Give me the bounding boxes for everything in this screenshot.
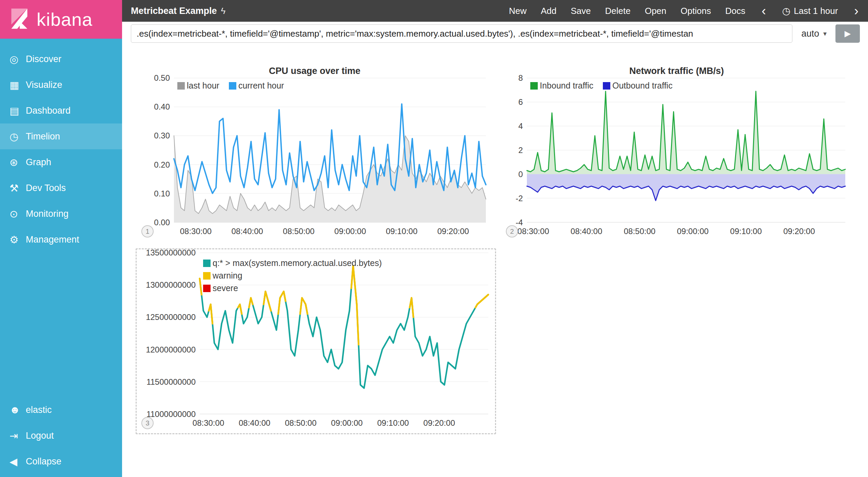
panel-number-badge: 3 [141,417,154,429]
y-tick-label: 8 [518,73,523,83]
x-tick-label: 08:30:00 [517,227,549,236]
sidebar-item-label: Dashboard [26,106,71,116]
kibana-app: kibana ◎Discover▦Visualize▤Dashboard◷Tim… [0,0,868,477]
legend-swatch [603,82,610,90]
sidebar-item-collapse[interactable]: ◀Collapse [0,449,122,474]
sidebar-item-visualize[interactable]: ▦Visualize [0,72,122,98]
timelion-panel-2[interactable]: Network traffic (MB/s) -4-202468 Inbound… [501,61,852,242]
menu-item-add[interactable]: Add [541,6,556,16]
menu-item-open[interactable]: Open [645,6,667,16]
x-tick-label: 08:40:00 [231,227,263,236]
topbar: Metricbeat Example ϟ NewAddSaveDeleteOpe… [122,0,868,22]
sidebar-footer: ☻elastic⇥Logout◀Collapse [0,397,122,474]
legend-swatch [203,285,211,292]
x-tick-label: 09:00:00 [677,227,709,236]
y-tick-label: 0.50 [154,73,170,83]
chart-legend: last hourcurrent hour [177,81,284,91]
x-tick-label: 09:20:00 [423,418,455,428]
timelion-query-input[interactable] [131,24,792,43]
menu-item-options[interactable]: Options [680,6,711,16]
sidebar-item-elastic[interactable]: ☻elastic [0,397,122,423]
x-tick-label: 08:40:00 [239,418,270,428]
legend-item[interactable]: severe [203,283,382,293]
x-tick-label: 09:00:00 [331,418,362,428]
collapse-icon: ◀ [9,456,26,468]
x-tick-label: 08:40:00 [571,227,602,236]
sidebar-item-monitoring[interactable]: ⊙Monitoring [0,201,122,227]
sidebar-item-label: Visualize [26,80,62,90]
sidebar-item-label: Logout [26,431,54,441]
sidebar-item-label: Collapse [26,456,61,467]
y-tick-label: 11000000000 [146,409,196,419]
sidebar-item-dashboard[interactable]: ▤Dashboard [0,98,122,123]
chevron-right-icon[interactable]: › [852,4,861,17]
topbar-menu: NewAddSaveDeleteOpenOptionsDocs ‹ ◷ Last… [509,4,861,17]
x-tick-label: 09:10:00 [386,227,417,236]
interval-select[interactable]: auto ▾ [799,28,829,39]
timelion-panel-3-selected[interactable]: 1100000000011500000000120000000001250000… [136,248,496,434]
sidebar-item-label: Graph [26,157,51,168]
legend-item[interactable]: warning [203,271,382,281]
sidebar: kibana ◎Discover▦Visualize▤Dashboard◷Tim… [0,0,122,477]
time-picker-label: Last 1 hour [794,6,838,16]
y-axis-labels: 1100000000011500000000120000000001250000… [141,253,200,414]
time-picker[interactable]: ◷ Last 1 hour [782,5,838,17]
x-tick-label: 08:30:00 [193,418,224,428]
sidebar-item-discover[interactable]: ◎Discover [0,46,122,72]
legend-item[interactable]: current hour [229,81,284,91]
menu-item-save[interactable]: Save [571,6,591,16]
menu-item-docs[interactable]: Docs [725,6,745,16]
x-tick-label: 08:50:00 [283,227,314,236]
sidebar-item-label: elastic [26,405,52,415]
page-title: Metricbeat Example [131,6,217,16]
x-tick-label: 09:20:00 [783,227,815,236]
sidebar-nav: ◎Discover▦Visualize▤Dashboard◷Timelion⊛G… [0,39,122,252]
play-button[interactable]: ▶ [835,24,860,43]
sidebar-item-management[interactable]: ⚙Management [0,227,122,252]
chart-legend: q:* > max(system.memory.actual.used.byte… [203,258,382,293]
bar-chart-icon: ▦ [9,79,26,91]
sidebar-item-label: Dev Tools [26,183,66,193]
chevron-left-icon[interactable]: ‹ [760,4,768,17]
legend-label: Inbound traffic [540,81,593,91]
y-tick-label: 0.40 [154,102,170,112]
legend-item[interactable]: Inbound traffic [530,81,593,91]
sidebar-item-timelion[interactable]: ◷Timelion [0,123,122,149]
legend-item[interactable]: last hour [177,81,219,91]
wrench-icon: ⚒ [9,182,26,194]
sidebar-item-dev-tools[interactable]: ⚒Dev Tools [0,175,122,201]
x-tick-label: 09:00:00 [334,227,366,236]
y-tick-label: -2 [516,194,523,203]
legend-swatch [203,272,211,280]
menu-item-delete[interactable]: Delete [605,6,631,16]
y-tick-label: 6 [518,97,523,107]
legend-label: q:* > max(system.memory.actual.used.byte… [213,258,382,268]
dashboard-icon: ▤ [9,105,26,117]
play-icon: ▶ [845,29,851,38]
sidebar-item-graph[interactable]: ⊛Graph [0,149,122,175]
chart-plot: last hourcurrent hour [174,78,486,223]
chart-title: Network traffic (MB/s) [506,64,847,78]
kibana-logo[interactable]: kibana [0,0,122,39]
panel-number-badge: 2 [506,225,518,237]
y-tick-label: 12000000000 [146,345,196,355]
clock-icon: ◷ [9,131,26,142]
legend-item[interactable]: Outbound traffic [603,81,672,91]
legend-swatch [530,82,538,90]
sidebar-item-label: Timelion [26,131,60,142]
y-tick-label: 12500000000 [146,312,196,322]
menu-item-new[interactable]: New [509,6,527,16]
panel-number-badge: 1 [141,225,154,237]
x-tick-label: 08:30:00 [180,227,212,236]
x-tick-label: 08:50:00 [285,418,316,428]
y-tick-label: 2 [518,146,523,155]
legend-label: Outbound traffic [612,81,672,91]
sidebar-item-label: Management [26,234,79,245]
sidebar-item-label: Monitoring [26,209,68,219]
legend-label: last hour [187,81,219,91]
timelion-panel-1[interactable]: CPU usage over time 0.000.100.200.300.40… [137,61,493,242]
legend-label: current hour [238,81,284,91]
legend-item[interactable]: q:* > max(system.memory.actual.used.byte… [203,258,382,268]
sidebar-item-logout[interactable]: ⇥Logout [0,423,122,449]
chart-legend: Inbound trafficOutbound traffic [530,81,672,91]
